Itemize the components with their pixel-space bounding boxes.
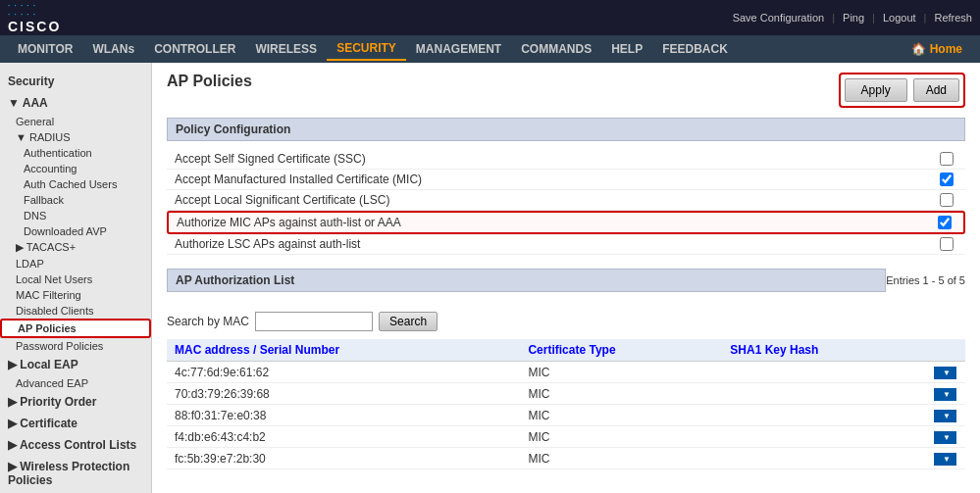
row-dropdown-btn-4[interactable] [934,453,956,466]
cell-action-3 [926,426,965,448]
sidebar-item-certificate[interactable]: ▶ Certificate [0,413,151,434]
row-dropdown-btn-3[interactable] [934,431,956,444]
nav-controller[interactable]: CONTROLLER [144,38,245,60]
page-header: AP Policies Apply Add [167,73,965,108]
row-dropdown-btn-0[interactable] [934,367,956,379]
cell-cert-0: MIC [520,362,722,383]
col-mac[interactable]: MAC address / Serial Number [167,339,520,362]
auth-list-header: AP Authorization List Entries 1 - 5 of 5 [167,269,965,292]
main-layout: Security ▼ AAA General ▼ RADIUS Authenti… [0,63,980,493]
sidebar-item-accounting[interactable]: Accounting [0,161,151,176]
apply-button[interactable]: Apply [845,78,907,102]
sidebar-item-disabled-clients[interactable]: Disabled Clients [0,303,151,319]
cell-mac-3: f4:db:e6:43:c4:b2 [167,426,520,448]
logout-link[interactable]: Logout [883,12,916,24]
policy-label-lsc-auth: Authorize LSC APs against auth-list [175,237,940,251]
col-cert-type[interactable]: Certificate Type [520,339,722,362]
nav-help[interactable]: HELP [601,38,652,60]
cell-action-4 [926,448,965,469]
nav-commands[interactable]: COMMANDS [511,38,601,60]
refresh-link[interactable]: Refresh [934,12,972,24]
policy-checkbox-lsc-auth[interactable] [940,237,954,251]
auth-list-table: MAC address / Serial Number Certificate … [167,339,965,469]
search-button[interactable]: Search [379,312,438,331]
sidebar-group-aaa[interactable]: ▼ AAA [0,92,151,114]
policy-config-title: Policy Configuration [167,118,965,141]
sidebar-item-dns[interactable]: DNS [0,208,151,223]
table-row: f4:db:e6:43:c4:b2 MIC [167,426,965,448]
sidebar-item-ldap[interactable]: LDAP [0,256,151,271]
cisco-logo: · · · · ·· · · · · CISCO [8,1,61,34]
cisco-dots: · · · · ·· · · · · [8,1,61,19]
policy-checkbox-lsc[interactable] [940,193,954,207]
nav-wireless[interactable]: WIRELESS [245,38,327,60]
content-area: AP Policies Apply Add Policy Configurati… [152,63,980,493]
sidebar: Security ▼ AAA General ▼ RADIUS Authenti… [0,63,152,493]
policy-label-lsc: Accept Local Significant Certificate (LS… [175,193,940,207]
sidebar-item-acl[interactable]: ▶ Access Control Lists [0,434,151,456]
cell-sha1-3 [722,426,926,448]
row-dropdown-btn-2[interactable] [934,410,956,422]
table-row: 4c:77:6d:9e:61:62 MIC [167,362,965,383]
sidebar-item-wireless-protection[interactable]: ▶ Wireless Protection Policies [0,456,151,491]
policy-row-lsc: Accept Local Significant Certificate (LS… [167,190,965,211]
nav-security[interactable]: SECURITY [327,37,406,61]
sidebar-item-priority-order[interactable]: ▶ Priority Order [0,391,151,413]
ping-link[interactable]: Ping [843,12,864,24]
cell-cert-3: MIC [520,426,722,448]
table-row: 88:f0:31:7e:e0:38 MIC [167,405,965,426]
auth-table-body: 4c:77:6d:9e:61:62 MIC 70:d3:79:26:39:68 … [167,362,965,469]
cell-action-2 [926,405,965,426]
sidebar-item-mac-filtering[interactable]: MAC Filtering [0,287,151,303]
col-sha1[interactable]: SHA1 Key Hash [722,339,926,362]
row-dropdown-btn-1[interactable] [934,388,956,401]
nav-bar: MONITOR WLANs CONTROLLER WIRELESS SECURI… [0,35,980,63]
sidebar-item-general[interactable]: General [0,114,151,129]
sidebar-item-local-net-users[interactable]: Local Net Users [0,271,151,287]
sidebar-item-authentication[interactable]: Authentication [0,145,151,161]
sidebar-item-fallback[interactable]: Fallback [0,192,151,208]
policy-row-mic: Accept Manufactured Installed Certificat… [167,170,965,190]
page-title: AP Policies [167,73,252,90]
col-action [926,339,965,362]
policy-label-ssc: Accept Self Signed Certificate (SSC) [175,152,940,166]
nav-management[interactable]: MANAGEMENT [406,38,511,60]
policy-checkbox-ssc[interactable] [940,152,954,166]
table-row: 70:d3:79:26:39:68 MIC [167,383,965,405]
policy-row-ssc: Accept Self Signed Certificate (SSC) [167,149,965,170]
cell-mac-4: fc:5b:39:e7:2b:30 [167,448,520,469]
cell-mac-2: 88:f0:31:7e:e0:38 [167,405,520,426]
top-bar: · · · · ·· · · · · CISCO Save Configurat… [0,0,980,35]
auth-list-title: AP Authorization List [167,269,886,292]
cell-cert-4: MIC [520,448,722,469]
search-mac-input[interactable] [255,312,373,331]
sidebar-item-password-policies[interactable]: Password Policies [0,338,151,354]
cell-sha1-4 [722,448,926,469]
sidebar-item-auth-cached[interactable]: Auth Cached Users [0,176,151,192]
add-button[interactable]: Add [913,78,959,102]
sidebar-item-advanced-eap[interactable]: Advanced EAP [0,375,151,391]
cell-action-1 [926,383,965,405]
policy-checkbox-mic[interactable] [940,173,954,186]
top-actions: Save Configuration | Ping | Logout | Ref… [733,12,972,24]
save-config-link[interactable]: Save Configuration [733,12,825,24]
policy-label-mic-aaa: Authorize MIC APs against auth-list or A… [177,216,938,229]
cell-action-0 [926,362,965,383]
sidebar-item-ap-policies[interactable]: AP Policies [0,319,151,338]
sidebar-item-downloaded-avp[interactable]: Downloaded AVP [0,223,151,239]
nav-feedback[interactable]: FEEDBACK [652,38,738,60]
table-row: fc:5b:39:e7:2b:30 MIC [167,448,965,469]
sidebar-item-local-eap[interactable]: ▶ Local EAP [0,354,151,375]
entries-info: Entries 1 - 5 of 5 [886,274,965,286]
policy-checkbox-mic-aaa[interactable] [938,216,952,229]
search-by-mac-label: Search by MAC [167,315,249,328]
cell-sha1-1 [722,383,926,405]
nav-wlans[interactable]: WLANs [82,38,144,60]
home-link[interactable]: 🏠 Home [902,38,972,60]
sidebar-item-tacacs[interactable]: ▶ TACACS+ [0,239,151,256]
sidebar-section-title: Security [0,71,151,92]
cell-sha1-2 [722,405,926,426]
nav-monitor[interactable]: MONITOR [8,38,82,60]
cell-mac-1: 70:d3:79:26:39:68 [167,383,520,405]
sidebar-item-radius[interactable]: ▼ RADIUS [0,129,151,145]
